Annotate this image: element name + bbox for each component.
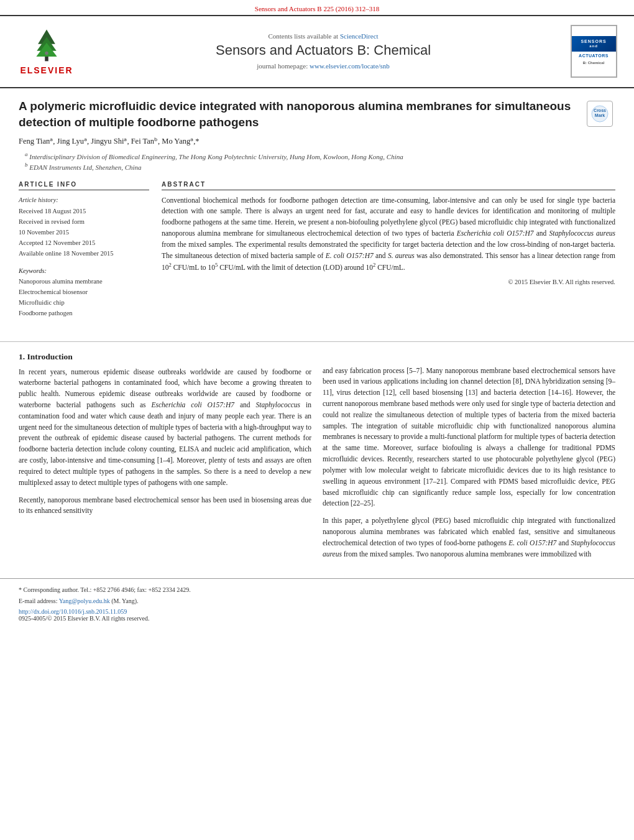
sensors-logo-sensors: SENSORS bbox=[575, 39, 613, 44]
svg-text:Mark: Mark bbox=[595, 113, 605, 118]
article-info-header: ARTICLE INFO bbox=[19, 181, 149, 190]
sensors-logo-actuators-text: ACTUATORS bbox=[579, 53, 609, 58]
body-left-column: 1. Introduction In recent years, numerou… bbox=[19, 352, 311, 560]
doi-line: http://dx.doi.org/10.1016/j.snb.2015.11.… bbox=[19, 608, 615, 615]
sensors-actuators-logo: SENSORS and ACTUATORS B: Chemical bbox=[566, 20, 622, 82]
journal-center: Contents lists available at ScienceDirec… bbox=[81, 32, 566, 70]
affiliations: a Interdisciplinary Division of Biomedic… bbox=[19, 151, 615, 170]
crossmark-badge: Cross Mark bbox=[584, 98, 615, 129]
keyword-1: Nanoporous alumina membrane bbox=[19, 277, 149, 287]
keyword-2: Electrochemical biosensor bbox=[19, 287, 149, 298]
sciencedirect-link[interactable]: ScienceDirect bbox=[340, 32, 379, 40]
svg-text:Cross: Cross bbox=[594, 108, 606, 113]
keywords-section: Keywords: Nanoporous alumina membrane El… bbox=[19, 267, 149, 318]
sensors-logo-and: and bbox=[575, 44, 613, 49]
accepted-date: Accepted 12 November 2015 bbox=[19, 238, 149, 249]
article-title: A polymeric microfluidic device integrat… bbox=[19, 98, 584, 130]
available-date: Available online 18 November 2015 bbox=[19, 249, 149, 259]
journal-title: Sensors and Actuators B: Chemical bbox=[93, 42, 553, 58]
intro-paragraph-1: In recent years, numerous epidemic disea… bbox=[19, 367, 311, 489]
intro-right-para-1: and easy fabrication process [5–7]. Many… bbox=[323, 366, 615, 510]
footnotes-section: * Corresponding author. Tel.: +852 2766 … bbox=[0, 578, 634, 622]
journal-reference: Sensors and Actuators B 225 (2016) 312–3… bbox=[255, 5, 379, 12]
keywords-label: Keywords: bbox=[19, 267, 149, 274]
history-label: Article history: bbox=[19, 195, 149, 206]
intro-section-title: 1. Introduction bbox=[19, 352, 311, 362]
keyword-4: Foodborne pathogen bbox=[19, 308, 149, 319]
elsevier-logo: ELSEVIER bbox=[12, 27, 81, 75]
elsevier-label: ELSEVIER bbox=[20, 65, 73, 75]
contents-available: Contents lists available at ScienceDirec… bbox=[93, 32, 553, 40]
issn-line: 0925-4005/© 2015 Elsevier B.V. All right… bbox=[19, 615, 615, 622]
keyword-3: Microfluidic chip bbox=[19, 298, 149, 308]
intro-paragraph-2: Recently, nanoporous membrane based elec… bbox=[19, 495, 311, 517]
body-right-column: and easy fabrication process [5–7]. Many… bbox=[323, 352, 615, 560]
doi-link[interactable]: http://dx.doi.org/10.1016/j.snb.2015.11.… bbox=[19, 608, 127, 615]
svg-point-4 bbox=[45, 52, 48, 55]
email-line: E-mail address: Yang@polyu.edu.hk (M. Ya… bbox=[19, 596, 615, 606]
article-history: Article history: Received 18 August 2015… bbox=[19, 195, 149, 259]
intro-right-para-2: In this paper, a polyethylene glycol (PE… bbox=[323, 515, 615, 560]
received-date: Received 18 August 2015 bbox=[19, 206, 149, 217]
revised-label: Received in revised form bbox=[19, 217, 149, 228]
journal-homepage: journal homepage: www.elsevier.com/locat… bbox=[93, 62, 553, 70]
homepage-link[interactable]: www.elsevier.com/locate/snb bbox=[310, 62, 390, 70]
abstract-header: ABSTRACT bbox=[162, 181, 615, 190]
corresponding-author: * Corresponding author. Tel.: +852 2766 … bbox=[19, 585, 615, 594]
abstract-text: Conventional biochemical methods for foo… bbox=[162, 195, 615, 274]
journal-header: ELSEVIER Contents lists available at Sci… bbox=[0, 15, 634, 88]
affiliation-a: a Interdisciplinary Division of Biomedic… bbox=[19, 151, 615, 160]
authors: Feng Tianᵃ, Jing Lyuᵃ, Jingyu Shiᵃ, Fei … bbox=[19, 136, 615, 146]
top-bar: Sensors and Actuators B 225 (2016) 312–3… bbox=[0, 0, 634, 15]
copyright: © 2015 Elsevier B.V. All rights reserved… bbox=[162, 279, 615, 285]
affiliation-b: b EDAN Instruments Ltd, Shenzhen, China bbox=[19, 162, 615, 171]
revised-date: 10 November 2015 bbox=[19, 228, 149, 238]
email-link[interactable]: Yang@polyu.edu.hk bbox=[59, 598, 110, 604]
